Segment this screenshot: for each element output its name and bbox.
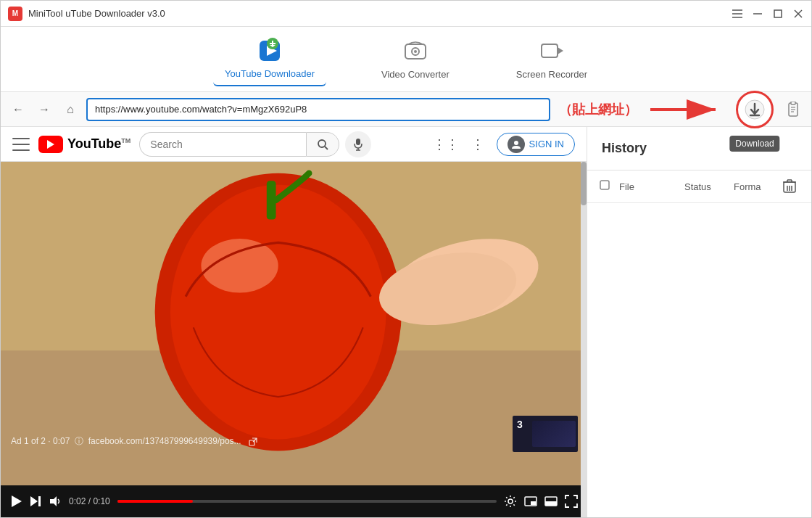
download-button[interactable]: [736, 91, 774, 128]
history-panel: History File Status Forma: [587, 127, 811, 517]
minimize-button[interactable]: [752, 8, 763, 20]
ad-text: Ad 1 of 2 · 0:07: [11, 436, 70, 446]
download-button-area: Download: [736, 91, 774, 128]
history-content: [587, 203, 811, 517]
progress-bar[interactable]: [117, 500, 497, 503]
window-controls: [732, 8, 804, 20]
main-content: YouTubeTM: [1, 127, 811, 517]
urlbar: ← → ⌂ （貼上網址） Download: [1, 92, 811, 127]
video-thumbnail: Ad 1 of 2 · 0:07 ⓘ facebook.com/13748799…: [1, 162, 587, 485]
fullscreen-button[interactable]: [565, 495, 578, 508]
mini-thumb-number: 3: [517, 419, 523, 430]
svg-point-29: [514, 141, 518, 145]
yt-logo-icon: [38, 136, 63, 153]
yt-signin-label: SIGN IN: [529, 139, 564, 149]
history-table-header: File Status Forma: [587, 170, 811, 203]
svg-marker-14: [558, 47, 563, 54]
close-button[interactable]: [792, 8, 804, 20]
history-checkbox[interactable]: [599, 179, 610, 191]
browser-panel: YouTubeTM: [1, 127, 587, 517]
svg-rect-26: [356, 139, 360, 145]
yt-signin-button[interactable]: SIGN IN: [497, 133, 575, 156]
progress-fill: [117, 500, 194, 503]
yt-search-bar: [139, 131, 371, 157]
volume-button[interactable]: [49, 495, 62, 508]
yt-more-button[interactable]: ⋮: [465, 131, 491, 157]
time-total: 0:10: [93, 496, 109, 506]
svg-marker-42: [50, 496, 57, 506]
svg-rect-4: [774, 10, 782, 17]
browser-scrollbar[interactable]: [581, 162, 587, 517]
yt-logo-text: YouTubeTM: [67, 136, 130, 152]
svg-rect-20: [791, 102, 795, 104]
app-logo: M: [8, 7, 22, 21]
right-controls: [504, 495, 578, 508]
url-input[interactable]: [86, 98, 550, 121]
svg-point-43: [508, 499, 513, 503]
svg-rect-13: [542, 44, 558, 57]
tab-screen-recorder-label: Screen Recorder: [516, 69, 587, 80]
next-button[interactable]: [30, 496, 41, 507]
video-converter-icon: [402, 38, 428, 65]
home-button[interactable]: ⌂: [60, 99, 80, 120]
yt-grid-button[interactable]: ⋮⋮: [433, 131, 459, 157]
play-button[interactable]: [9, 495, 22, 508]
history-check-col: [599, 179, 613, 194]
svg-point-24: [318, 140, 326, 147]
yt-menu-icon[interactable]: [12, 138, 30, 151]
time-display: 0:02 / 0:10: [69, 496, 110, 506]
time-current: 0:02: [69, 496, 86, 506]
settings-button[interactable]: [504, 495, 517, 508]
yt-mic-button[interactable]: [345, 131, 371, 157]
scrollbar-thumb[interactable]: [581, 162, 587, 205]
yt-logo[interactable]: YouTubeTM: [38, 136, 130, 153]
youtube-downloader-icon: [257, 38, 283, 64]
download-tooltip: Download: [729, 136, 779, 152]
video-controls: 0:02 / 0:10: [1, 485, 587, 517]
svg-point-12: [414, 50, 417, 53]
ad-badge: Ad 1 of 2 · 0:07 ⓘ facebook.com/13748799…: [11, 435, 257, 448]
app-window: M MiniTool uTube Downloader v3.0: [0, 0, 812, 518]
svg-rect-45: [531, 501, 536, 505]
tab-video-converter-label: Video Converter: [381, 69, 450, 80]
history-format-col: Forma: [734, 181, 774, 192]
mini-thumbnail: 3: [513, 416, 578, 452]
menu-icon[interactable]: [732, 8, 743, 20]
app-title: MiniTool uTube Downloader v3.0: [28, 8, 732, 19]
yt-avatar-icon: [508, 136, 525, 153]
svg-rect-41: [38, 496, 41, 506]
yt-search-input[interactable]: [139, 132, 306, 157]
video-area[interactable]: Ad 1 of 2 · 0:07 ⓘ facebook.com/13748799…: [1, 162, 587, 485]
svg-rect-47: [545, 501, 557, 506]
youtube-header: YouTubeTM: [1, 127, 587, 162]
miniplayer-button[interactable]: [524, 496, 537, 506]
svg-line-25: [325, 147, 328, 149]
url-annotation: （貼上網址）: [559, 101, 637, 118]
yt-tm: TM: [121, 137, 130, 144]
back-button[interactable]: ←: [8, 99, 28, 120]
yt-header-actions: ⋮⋮ ⋮ SIGN IN: [433, 131, 575, 157]
history-status-col: Status: [684, 181, 728, 192]
yt-search-button[interactable]: [306, 132, 339, 157]
clipboard-button[interactable]: [782, 99, 804, 120]
tabbar: YouTube Downloader Video Converter Scr: [1, 27, 811, 92]
history-delete-all-button[interactable]: [779, 176, 800, 197]
svg-marker-39: [12, 496, 22, 507]
maximize-button[interactable]: [772, 8, 784, 20]
svg-point-33: [170, 185, 386, 440]
tab-youtube-downloader[interactable]: YouTube Downloader: [213, 32, 326, 86]
svg-marker-40: [30, 496, 38, 506]
theater-button[interactable]: [544, 496, 558, 506]
tab-video-converter[interactable]: Video Converter: [370, 33, 461, 86]
titlebar: M MiniTool uTube Downloader v3.0: [1, 1, 811, 27]
history-file-col: File: [619, 181, 679, 192]
svg-rect-48: [600, 181, 609, 189]
tab-youtube-downloader-label: YouTube Downloader: [225, 68, 315, 79]
screen-recorder-icon: [539, 38, 565, 65]
forward-button[interactable]: →: [34, 99, 54, 120]
red-arrow-icon: [643, 95, 730, 124]
tab-screen-recorder[interactable]: Screen Recorder: [505, 33, 599, 86]
external-link-icon: [249, 437, 257, 446]
ad-source: facebook.com/137487999649939/pos...: [88, 436, 241, 446]
